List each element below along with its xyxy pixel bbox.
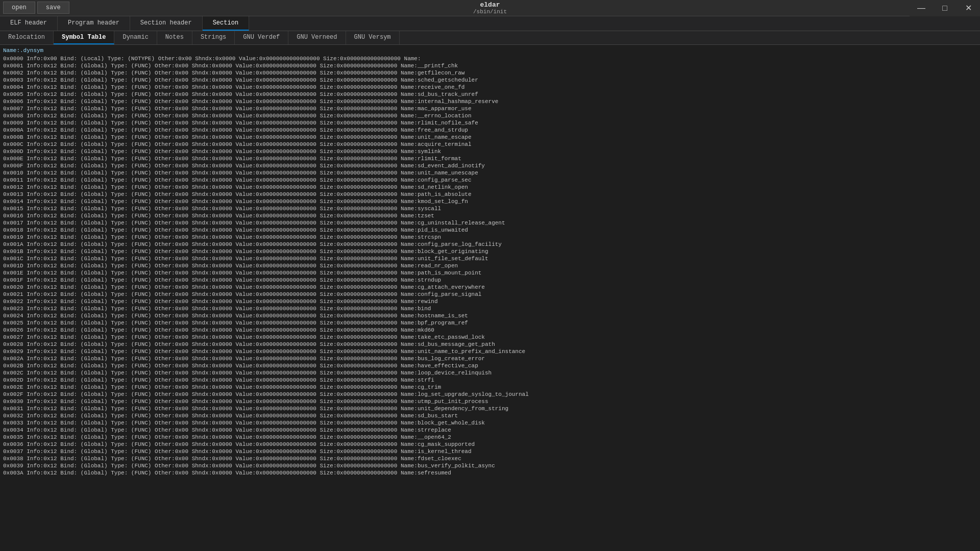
primary-tab-bar: ELF headerProgram headerSection headerSe… [0, 16, 980, 31]
save-button[interactable]: save [37, 2, 69, 14]
table-row: 0x0026 Info:0x12 Bind: (Global) Type: (F… [3, 327, 977, 334]
table-row: 0x0016 Info:0x12 Bind: (Global) Type: (F… [3, 212, 977, 219]
table-row: 0x0003 Info:0x12 Bind: (Global) Type: (F… [3, 77, 977, 84]
table-row: 0x0029 Info:0x12 Bind: (Global) Type: (F… [3, 348, 977, 355]
table-row: 0x003A Info:0x12 Bind: (Global) Type: (F… [3, 469, 977, 477]
table-row: 0x001C Info:0x12 Bind: (Global) Type: (F… [3, 255, 977, 262]
tab-notes[interactable]: Notes [157, 31, 192, 44]
table-row: 0x0001 Info:0x12 Bind: (Global) Type: (F… [3, 62, 977, 69]
table-row: 0x0032 Info:0x12 Bind: (Global) Type: (F… [3, 412, 977, 419]
table-row: 0x0019 Info:0x12 Bind: (Global) Type: (F… [3, 234, 977, 241]
maximize-button[interactable]: □ [933, 0, 957, 16]
table-row: 0x0006 Info:0x12 Bind: (Global) Type: (F… [3, 98, 977, 105]
table-row: 0x0012 Info:0x12 Bind: (Global) Type: (F… [3, 184, 977, 191]
table-row: 0x0039 Info:0x12 Bind: (Global) Type: (F… [3, 462, 977, 469]
table-row: 0x0013 Info:0x12 Bind: (Global) Type: (F… [3, 191, 977, 198]
table-row: 0x0021 Info:0x12 Bind: (Global) Type: (F… [3, 291, 977, 298]
table-row: 0x0030 Info:0x12 Bind: (Global) Type: (F… [3, 398, 977, 405]
table-row: 0x0035 Info:0x12 Bind: (Global) Type: (F… [3, 434, 977, 441]
table-row: 0x0002 Info:0x12 Bind: (Global) Type: (F… [3, 69, 977, 77]
table-row: 0x001D Info:0x12 Bind: (Global) Type: (F… [3, 262, 977, 269]
table-row: 0x002F Info:0x12 Bind: (Global) Type: (F… [3, 391, 977, 398]
table-row: 0x002C Info:0x12 Bind: (Global) Type: (F… [3, 369, 977, 377]
open-button[interactable]: open [3, 2, 35, 14]
content-area: Name:.dynsym 0x0000 Info:0x00 Bind: (Loc… [0, 45, 980, 531]
table-row: 0x000F Info:0x12 Bind: (Global) Type: (F… [3, 162, 977, 169]
tab-gnu-verdef[interactable]: GNU Verdef [235, 31, 288, 44]
table-row: 0x001A Info:0x12 Bind: (Global) Type: (F… [3, 241, 977, 248]
table-row: 0x0036 Info:0x12 Bind: (Global) Type: (F… [3, 441, 977, 448]
minimize-button[interactable]: — [910, 0, 933, 16]
table-row: 0x0014 Info:0x12 Bind: (Global) Type: (F… [3, 198, 977, 205]
table-row: 0x0000 Info:0x00 Bind: (Local) Type: (NO… [3, 55, 977, 62]
table-row: 0x0008 Info:0x12 Bind: (Global) Type: (F… [3, 112, 977, 119]
toolbar: open save [0, 0, 72, 16]
table-row: 0x0007 Info:0x12 Bind: (Global) Type: (F… [3, 105, 977, 112]
tab-program-header[interactable]: Program header [58, 16, 130, 31]
table-row: 0x0033 Info:0x12 Bind: (Global) Type: (F… [3, 419, 977, 427]
table-row: 0x0009 Info:0x12 Bind: (Global) Type: (F… [3, 119, 977, 127]
table-row: 0x0027 Info:0x12 Bind: (Global) Type: (F… [3, 334, 977, 341]
titlebar-center: eldar /sbin/init [473, 1, 507, 15]
table-row: 0x0025 Info:0x12 Bind: (Global) Type: (F… [3, 319, 977, 327]
tab-gnu-verneed[interactable]: GNU Verneed [288, 31, 346, 44]
table-row: 0x0031 Info:0x12 Bind: (Global) Type: (F… [3, 405, 977, 412]
table-row: 0x0011 Info:0x12 Bind: (Global) Type: (F… [3, 177, 977, 184]
table-row: 0x001E Info:0x12 Bind: (Global) Type: (F… [3, 269, 977, 277]
table-row: 0x0017 Info:0x12 Bind: (Global) Type: (F… [3, 219, 977, 227]
table-row: 0x000A Info:0x12 Bind: (Global) Type: (F… [3, 127, 977, 134]
table-row: 0x0015 Info:0x12 Bind: (Global) Type: (F… [3, 205, 977, 212]
entries-list: 0x0000 Info:0x00 Bind: (Local) Type: (NO… [3, 55, 977, 477]
table-row: 0x0020 Info:0x12 Bind: (Global) Type: (F… [3, 284, 977, 291]
table-row: 0x0028 Info:0x12 Bind: (Global) Type: (F… [3, 341, 977, 348]
tab-strings[interactable]: Strings [192, 31, 235, 44]
app-title: eldar [480, 1, 500, 9]
table-row: 0x0010 Info:0x12 Bind: (Global) Type: (F… [3, 169, 977, 177]
tab-symbol-table[interactable]: Symbol Table [54, 31, 114, 44]
table-row: 0x0038 Info:0x12 Bind: (Global) Type: (F… [3, 455, 977, 462]
close-button[interactable]: ✕ [957, 0, 980, 16]
tab-section[interactable]: Section [203, 16, 249, 31]
window-controls: — □ ✕ [910, 0, 980, 16]
tab-relocation[interactable]: Relocation [0, 31, 54, 44]
table-row: 0x002A Info:0x12 Bind: (Global) Type: (F… [3, 355, 977, 362]
table-row: 0x001F Info:0x12 Bind: (Global) Type: (F… [3, 277, 977, 284]
secondary-tab-bar: RelocationSymbol TableDynamicNotesString… [0, 31, 980, 45]
table-row: 0x001B Info:0x12 Bind: (Global) Type: (F… [3, 248, 977, 255]
table-row: 0x0023 Info:0x12 Bind: (Global) Type: (F… [3, 305, 977, 312]
table-row: 0x0004 Info:0x12 Bind: (Global) Type: (F… [3, 84, 977, 91]
table-row: 0x002D Info:0x12 Bind: (Global) Type: (F… [3, 377, 977, 384]
table-row: 0x000D Info:0x12 Bind: (Global) Type: (F… [3, 148, 977, 155]
table-row: 0x0034 Info:0x12 Bind: (Global) Type: (F… [3, 427, 977, 434]
table-row: 0x000E Info:0x12 Bind: (Global) Type: (F… [3, 155, 977, 162]
section-name: Name:.dynsym [3, 47, 977, 54]
table-row: 0x0024 Info:0x12 Bind: (Global) Type: (F… [3, 312, 977, 319]
table-row: 0x000C Info:0x12 Bind: (Global) Type: (F… [3, 141, 977, 148]
titlebar: open save eldar /sbin/init — □ ✕ [0, 0, 980, 16]
tab-gnu-versym[interactable]: GNU Versym [346, 31, 400, 44]
table-row: 0x0018 Info:0x12 Bind: (Global) Type: (F… [3, 227, 977, 234]
tab-elf-header[interactable]: ELF header [0, 16, 58, 31]
tab-dynamic[interactable]: Dynamic [114, 31, 157, 44]
table-row: 0x000B Info:0x12 Bind: (Global) Type: (F… [3, 134, 977, 141]
table-row: 0x0005 Info:0x12 Bind: (Global) Type: (F… [3, 91, 977, 98]
table-row: 0x002B Info:0x12 Bind: (Global) Type: (F… [3, 362, 977, 369]
table-row: 0x002E Info:0x12 Bind: (Global) Type: (F… [3, 384, 977, 391]
table-row: 0x0022 Info:0x12 Bind: (Global) Type: (F… [3, 298, 977, 305]
tab-section-header[interactable]: Section header [130, 16, 203, 31]
app-subtitle: /sbin/init [473, 9, 507, 15]
table-row: 0x0037 Info:0x12 Bind: (Global) Type: (F… [3, 448, 977, 455]
